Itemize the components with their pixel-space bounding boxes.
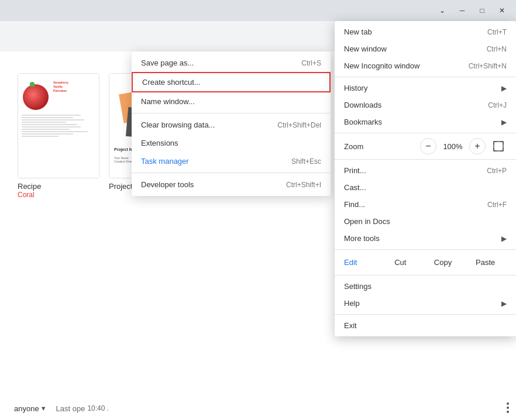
ctx-divider-1 — [132, 113, 331, 113]
ctx-clear-shortcut: Ctrl+Shift+Del — [277, 121, 321, 129]
menu-new-incognito-shortcut: Ctrl+Shift+N — [469, 62, 507, 70]
ctx-clear-browsing[interactable]: Clear browsing data... Ctrl+Shift+Del — [132, 116, 331, 134]
menu-downloads-shortcut: Ctrl+J — [488, 101, 507, 109]
menu-open-in-docs-label: Open in Docs — [344, 217, 390, 226]
menu-print[interactable]: Print... Ctrl+P — [335, 162, 516, 179]
menu-new-incognito[interactable]: New Incognito window Ctrl+Shift+N — [335, 57, 516, 74]
menu-divider-4 — [335, 249, 516, 250]
menu-bookmarks[interactable]: Bookmarks ▶ — [335, 113, 516, 130]
menu-new-window-shortcut: Ctrl+N — [487, 45, 507, 53]
menu-downloads-label: Downloads — [344, 101, 381, 109]
menu-print-label: Print... — [344, 166, 366, 175]
menu-divider-1 — [335, 77, 516, 77]
zoom-expand-button[interactable] — [490, 138, 507, 154]
menu-exit-label: Exit — [344, 321, 357, 330]
zoom-label: Zoom — [344, 142, 363, 151]
menu-cast[interactable]: Cast... — [335, 179, 516, 196]
ctx-task-label: Task manager — [141, 157, 189, 166]
ctx-dev-label: Developer tools — [141, 180, 194, 189]
menu-cast-label: Cast... — [344, 183, 366, 192]
last-opened-label: Last ope — [56, 404, 85, 413]
strawberry-leaf — [30, 82, 35, 87]
menu-exit[interactable]: Exit — [335, 317, 516, 334]
bottom-bar: anyone ▼ Last ope 10:40 . — [0, 397, 516, 420]
dot2 — [507, 407, 509, 409]
chevron-btn[interactable]: ⌄ — [433, 4, 452, 17]
content-menu-button[interactable] — [507, 402, 509, 413]
menu-help[interactable]: Help ▶ — [335, 295, 516, 312]
menu-more-tools[interactable]: More tools ▶ — [335, 230, 516, 247]
menu-downloads[interactable]: Downloads Ctrl+J — [335, 97, 516, 113]
dot3 — [507, 411, 509, 413]
zoom-minus-button[interactable]: − — [420, 138, 436, 154]
ctx-name-window[interactable]: Name window... — [132, 92, 331, 111]
zoom-controls: − 100% + — [420, 138, 507, 154]
recipe-thumbnail: StrawberryVanillaPancakes — [18, 74, 99, 178]
menu-history-arrow: ▶ — [501, 84, 507, 92]
dropdown-arrow[interactable]: ▼ — [40, 405, 47, 412]
template-card-recipe[interactable]: StrawberryVanillaPancakes — [18, 73, 99, 199]
edit-label: Edit — [344, 258, 379, 267]
zoom-row: Zoom − 100% + — [335, 136, 516, 157]
ctx-save-page[interactable]: Save page as... Ctrl+S — [132, 54, 331, 72]
menu-new-window-label: New window — [344, 44, 387, 53]
menu-help-arrow: ▶ — [501, 299, 507, 308]
anyone-label[interactable]: anyone — [14, 404, 39, 413]
menu-find-label: Find... — [344, 200, 365, 209]
menu-history-label: History — [344, 84, 367, 92]
menu-settings-label: Settings — [344, 282, 371, 291]
menu-find[interactable]: Find... Ctrl+F — [335, 196, 516, 213]
menu-more-tools-arrow: ▶ — [501, 235, 507, 243]
maximize-button[interactable]: □ — [473, 4, 491, 17]
ctx-task-shortcut: Shift+Esc — [291, 157, 321, 166]
ctx-create-shortcut[interactable]: Create shortcut... — [132, 72, 331, 92]
menu-new-tab[interactable]: New tab Ctrl+T — [335, 23, 516, 40]
menu-help-label: Help — [344, 299, 360, 308]
recipe-lines — [22, 115, 95, 138]
minimize-button[interactable]: ─ — [453, 4, 472, 17]
menu-divider-6 — [335, 314, 516, 315]
menu-divider-3 — [335, 159, 516, 160]
close-button[interactable]: ✕ — [493, 4, 511, 17]
copy-button[interactable]: Copy — [422, 254, 465, 270]
ctx-extensions[interactable]: Extensions — [132, 134, 331, 152]
menu-print-shortcut: Ctrl+P — [487, 167, 507, 175]
template-sub-recipe: Coral — [18, 191, 99, 199]
menu-settings[interactable]: Settings — [335, 278, 516, 295]
menu-new-window[interactable]: New window Ctrl+N — [335, 40, 516, 57]
recipe-title: StrawberryVanillaPancakes — [53, 81, 68, 93]
menu-new-tab-shortcut: Ctrl+T — [487, 28, 507, 36]
ctx-task-manager[interactable]: Task manager Shift+Esc — [132, 152, 331, 170]
template-name-recipe: Recipe — [18, 182, 99, 191]
ctx-clear-label: Clear browsing data... — [141, 121, 215, 129]
timestamp: 10:40 . — [87, 404, 109, 412]
menu-more-tools-label: More tools — [344, 234, 380, 243]
ctx-dev-shortcut: Ctrl+Shift+I — [286, 181, 321, 189]
paste-button[interactable]: Paste — [464, 254, 507, 270]
context-menu: Save page as... Ctrl+S Create shortcut..… — [132, 51, 331, 196]
menu-divider-5 — [335, 275, 516, 276]
menu-divider-2 — [335, 133, 516, 133]
browser-frame: ⌄ ─ □ ✕ ⬚ ⬆ ☆ ⊞ ▣ 🌿 ⋮ Template gallery ⌃ — [0, 0, 516, 420]
menu-new-tab-label: New tab — [344, 27, 372, 36]
edit-row: Edit Cut Copy Paste — [335, 252, 516, 273]
ctx-developer-tools[interactable]: Developer tools Ctrl+Shift+I — [132, 175, 331, 194]
dot1 — [507, 402, 509, 405]
ctx-divider-2 — [132, 173, 331, 173]
menu-history[interactable]: History ▶ — [335, 80, 516, 97]
cut-button[interactable]: Cut — [379, 254, 422, 270]
svg-rect-0 — [494, 142, 503, 151]
menu-find-shortcut: Ctrl+F — [487, 201, 507, 209]
template-thumb-recipe: StrawberryVanillaPancakes — [18, 73, 99, 178]
ctx-name-window-label: Name window... — [141, 97, 195, 106]
zoom-value: 100% — [441, 142, 465, 151]
strawberry-image — [23, 84, 49, 110]
ctx-create-label: Create shortcut... — [142, 78, 201, 87]
title-bar: ⌄ ─ □ ✕ — [0, 0, 516, 21]
menu-bookmarks-label: Bookmarks — [344, 118, 382, 126]
zoom-plus-button[interactable]: + — [469, 138, 486, 154]
menu-open-in-docs[interactable]: Open in Docs — [335, 213, 516, 230]
chrome-menu: New tab Ctrl+T New window Ctrl+N New Inc… — [335, 21, 516, 336]
menu-new-incognito-label: New Incognito window — [344, 61, 419, 70]
menu-bookmarks-arrow: ▶ — [501, 118, 507, 126]
